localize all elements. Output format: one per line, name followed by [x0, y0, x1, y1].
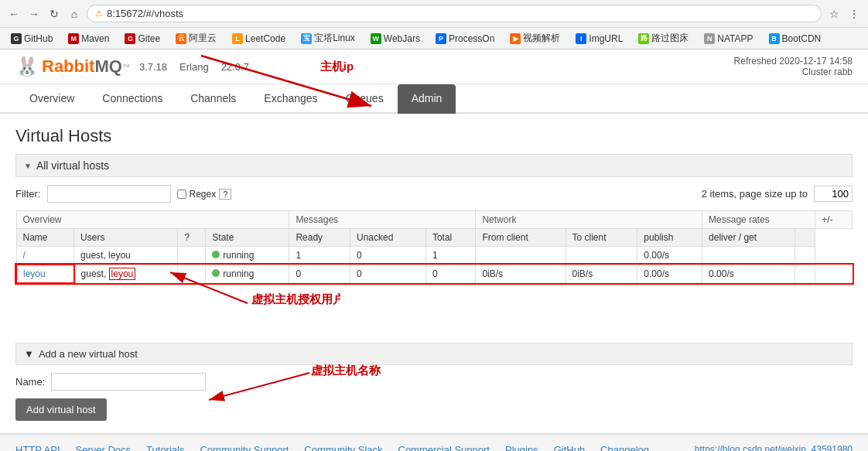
bookmark-natapp[interactable]: N NATAPP — [699, 32, 757, 46]
luguo-icon: 路 — [638, 33, 649, 44]
footer-commercial-support[interactable]: Commercial Support — [398, 444, 490, 451]
add-section-header[interactable]: ▼ Add a new virtual host — [15, 343, 853, 365]
footer-url: https://blog.csdn.net/weixin_43591980 — [665, 444, 853, 451]
footer-changelog[interactable]: Changelog — [600, 444, 649, 451]
menu-button[interactable]: ⋮ — [846, 6, 862, 22]
bookmark-aliyun[interactable]: 云 阿里云 — [171, 30, 221, 46]
reload-button[interactable]: ↻ — [46, 6, 62, 22]
nav-queues[interactable]: Queues — [332, 84, 398, 114]
github-icon: G — [11, 33, 22, 44]
regex-checkbox[interactable] — [177, 190, 186, 199]
group-messages: Messages — [289, 211, 476, 229]
baota-icon: 宝 — [301, 33, 312, 44]
nav-overview[interactable]: Overview — [15, 84, 88, 114]
logo: 🐰 RabbitMQ™ — [15, 56, 130, 77]
filter-row: Filter: Regex ? 2 items, page size up to — [15, 185, 853, 203]
refreshed-info: Refreshed 2020-12-17 14:58 — [734, 56, 853, 67]
filter-right: 2 items, page size up to — [702, 186, 853, 202]
footer: HTTP API Server Docs Tutorials Community… — [0, 433, 868, 451]
bookmark-imgurl[interactable]: I ImgURL — [571, 32, 627, 46]
video-icon: ▶ — [510, 33, 521, 44]
back-button[interactable]: ← — [6, 6, 22, 22]
maven-icon: M — [68, 33, 79, 44]
nav-exchanges[interactable]: Exchanges — [250, 84, 331, 114]
add-section-arrow-icon: ▼ — [24, 348, 34, 360]
vhost-actions-leyou — [795, 265, 815, 283]
version-number: 3.7.18 — [139, 61, 167, 73]
header-right: Refreshed 2020-12-17 14:58 Cluster rabb — [734, 56, 853, 77]
logo-text-mq: MQ — [94, 56, 121, 77]
regex-help[interactable]: ? — [219, 189, 231, 200]
vhost-to-slash — [566, 247, 637, 265]
svg-text:虚拟主机名称: 虚拟主机名称 — [310, 364, 381, 377]
name-label: Name: — [15, 376, 45, 388]
bookmark-github[interactable]: G GitHub — [6, 32, 57, 46]
footer-github[interactable]: GitHub — [554, 444, 585, 451]
star-button[interactable]: ☆ — [826, 6, 842, 22]
main-content: Virtual Hosts ▼ All virtual hosts Filter… — [0, 114, 868, 433]
bookmark-bootcdn[interactable]: B BootCDN — [764, 32, 826, 46]
vhost-name-slash[interactable]: / — [16, 247, 74, 265]
th-state: State — [206, 229, 289, 247]
nav-connections[interactable]: Connections — [88, 84, 176, 114]
processon-icon: P — [436, 33, 446, 44]
bootcdn-icon: B — [769, 33, 780, 44]
app-container: 🐰 RabbitMQ™ 3.7.18 Erlang 22.0.7 主机ip Re… — [0, 50, 868, 451]
add-vhost-button[interactable]: Add virtual host — [15, 398, 107, 421]
natapp-icon: N — [704, 33, 715, 44]
svg-line-1 — [170, 272, 248, 303]
add-vhost-section: ▼ Add a new virtual host Name: Add virtu… — [15, 343, 853, 421]
version-info: 3.7.18 Erlang 22.0.7 — [139, 61, 249, 73]
nav-channels[interactable]: Channels — [176, 84, 250, 114]
group-plus-minus: +/- — [815, 211, 853, 229]
add-section-title: Add a new virtual host — [39, 348, 138, 360]
bookmark-gitee[interactable]: G Gitee — [120, 32, 165, 46]
erlang-label: Erlang — [179, 61, 209, 73]
vhost-from-slash — [476, 247, 566, 265]
bookmark-luguo[interactable]: 路 路过图床 — [634, 30, 693, 46]
bookmark-video[interactable]: ▶ 视频解析 — [505, 30, 565, 46]
vhost-deliver-slash — [702, 247, 795, 265]
bookmark-webjars[interactable]: W WebJars — [366, 32, 425, 46]
th-help: ? — [178, 229, 206, 247]
bookmark-leetcode[interactable]: L LeetCode — [227, 32, 290, 46]
address-bar[interactable]: ⚠ 8:15672/#/vhosts — [87, 5, 822, 22]
nav-admin[interactable]: Admin — [398, 84, 456, 114]
th-users: Users — [74, 229, 178, 247]
logo-text-rabbit: Rabbit — [42, 56, 94, 77]
filter-input[interactable] — [47, 185, 171, 203]
bookmark-maven[interactable]: M Maven — [63, 32, 114, 46]
footer-http-api[interactable]: HTTP API — [15, 444, 60, 451]
section-arrow-icon: ▼ — [24, 162, 32, 170]
logo-rabbit: 🐰 — [15, 56, 39, 77]
annotation-ip-text: 主机ip — [320, 60, 354, 73]
th-unacked: Unacked — [350, 229, 426, 247]
footer-tutorials[interactable]: Tutorials — [146, 444, 184, 451]
bookmark-baota[interactable]: 宝 宝塔Linux — [296, 30, 360, 46]
section-title: All virtual hosts — [36, 159, 109, 172]
all-vhosts-section-header[interactable]: ▼ All virtual hosts — [15, 154, 853, 177]
svg-line-4 — [209, 373, 309, 400]
vhost-name-leyou[interactable]: leyou — [16, 265, 74, 283]
footer-plugins[interactable]: Plugins — [505, 444, 538, 451]
forward-button[interactable]: → — [26, 6, 42, 22]
footer-community-slack[interactable]: Community Slack — [304, 444, 382, 451]
vhost-name-annotation-svg: 虚拟主机名称 — [170, 357, 387, 412]
name-form-row: Name: — [15, 373, 853, 391]
bookmark-processon[interactable]: P ProcessOn — [431, 32, 499, 46]
th-publish: publish — [637, 229, 702, 247]
lock-icon: ⚠ — [95, 9, 103, 19]
home-button[interactable]: ⌂ — [67, 6, 82, 22]
table-header-row: Name Users ? State Ready Unacked Total F… — [16, 229, 853, 247]
imgurl-icon: I — [576, 33, 586, 44]
filter-label: Filter: — [15, 188, 41, 200]
add-form-area: Name: Add virtual host 虚拟主机名称 — [15, 373, 853, 421]
bookmarks-bar: G GitHub M Maven G Gitee 云 阿里云 L LeetCod… — [0, 27, 868, 49]
footer-community-support[interactable]: Community Support — [200, 444, 289, 451]
footer-server-docs[interactable]: Server Docs — [76, 444, 132, 451]
regex-label: Regex — [190, 189, 217, 200]
vhost-publish-leyou: 0.00/s — [637, 265, 702, 283]
page-size-input[interactable] — [814, 186, 853, 202]
annotation-container: 虚拟主机授权用户 — [15, 284, 853, 330]
table-group-header-row: Overview Messages Network Message rates … — [16, 211, 853, 229]
